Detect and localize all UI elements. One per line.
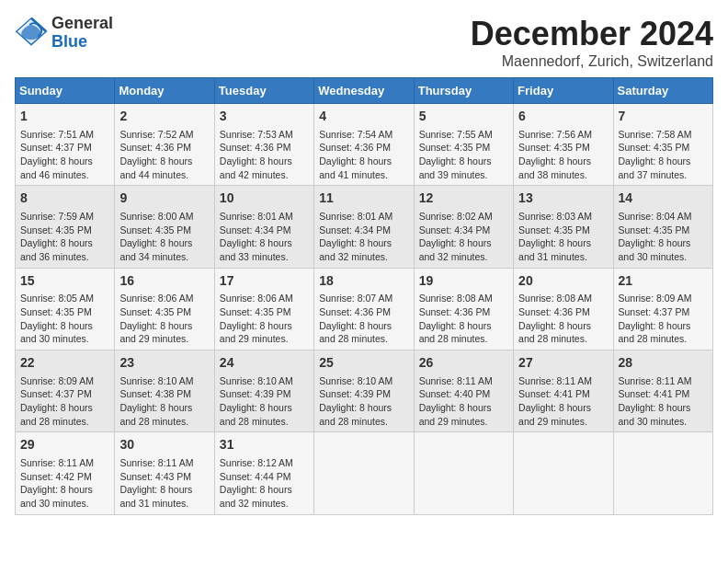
day-number: 1 bbox=[20, 108, 109, 126]
day-number: 19 bbox=[419, 272, 508, 291]
cell-content: Sunrise: 8:01 AM Sunset: 4:34 PM Dayligh… bbox=[220, 210, 309, 264]
calendar-cell: 31 Sunrise: 8:12 AM Sunset: 4:44 PM Dayl… bbox=[214, 432, 313, 514]
calendar-cell: 4 Sunrise: 7:54 AM Sunset: 4:36 PM Dayli… bbox=[314, 104, 414, 186]
calendar-cell: 6 Sunrise: 7:56 AM Sunset: 4:35 PM Dayli… bbox=[514, 104, 613, 186]
calendar-cell bbox=[314, 432, 414, 514]
day-number: 30 bbox=[119, 436, 209, 454]
calendar-cell: 12 Sunrise: 8:02 AM Sunset: 4:34 PM Dayl… bbox=[414, 186, 513, 268]
calendar-cell: 18 Sunrise: 8:07 AM Sunset: 4:36 PM Dayl… bbox=[314, 268, 414, 350]
calendar-cell: 20 Sunrise: 8:08 AM Sunset: 4:36 PM Dayl… bbox=[514, 268, 613, 350]
calendar-cell: 28 Sunrise: 8:11 AM Sunset: 4:41 PM Dayl… bbox=[613, 350, 712, 432]
cell-content: Sunrise: 7:59 AM Sunset: 4:35 PM Dayligh… bbox=[20, 210, 109, 264]
calendar-cell: 23 Sunrise: 8:10 AM Sunset: 4:38 PM Dayl… bbox=[115, 350, 214, 432]
day-number: 10 bbox=[220, 190, 309, 208]
logo-general: General bbox=[51, 15, 113, 33]
cell-content: Sunrise: 8:03 AM Sunset: 4:35 PM Dayligh… bbox=[518, 210, 608, 264]
day-number: 16 bbox=[119, 272, 209, 291]
day-number: 17 bbox=[220, 272, 309, 291]
calendar-cell bbox=[613, 432, 712, 514]
day-number: 11 bbox=[319, 190, 408, 208]
calendar-cell: 8 Sunrise: 7:59 AM Sunset: 4:35 PM Dayli… bbox=[16, 186, 115, 268]
cell-content: Sunrise: 8:10 AM Sunset: 4:38 PM Dayligh… bbox=[119, 374, 209, 429]
logo-blue: Blue bbox=[51, 33, 113, 52]
calendar-row: 29 Sunrise: 8:11 AM Sunset: 4:42 PM Dayl… bbox=[16, 432, 713, 514]
calendar-row: 22 Sunrise: 8:09 AM Sunset: 4:37 PM Dayl… bbox=[16, 350, 713, 432]
cell-content: Sunrise: 7:58 AM Sunset: 4:35 PM Dayligh… bbox=[619, 128, 708, 182]
col-wednesday: Wednesday bbox=[314, 78, 414, 104]
cell-content: Sunrise: 7:54 AM Sunset: 4:36 PM Dayligh… bbox=[319, 128, 408, 182]
logo-text: General Blue bbox=[51, 15, 113, 52]
col-sunday: Sunday bbox=[16, 78, 115, 104]
col-tuesday: Tuesday bbox=[214, 78, 313, 104]
col-friday: Friday bbox=[514, 78, 613, 104]
cell-content: Sunrise: 8:00 AM Sunset: 4:35 PM Dayligh… bbox=[119, 210, 209, 264]
calendar-cell: 5 Sunrise: 7:55 AM Sunset: 4:35 PM Dayli… bbox=[414, 104, 513, 186]
cell-content: Sunrise: 7:52 AM Sunset: 4:36 PM Dayligh… bbox=[119, 128, 209, 182]
cell-content: Sunrise: 8:09 AM Sunset: 4:37 PM Dayligh… bbox=[619, 292, 708, 346]
cell-content: Sunrise: 8:12 AM Sunset: 4:44 PM Dayligh… bbox=[220, 456, 309, 511]
logo-icon bbox=[15, 17, 48, 50]
day-number: 29 bbox=[20, 436, 109, 454]
cell-content: Sunrise: 7:51 AM Sunset: 4:37 PM Dayligh… bbox=[20, 128, 109, 182]
calendar-row: 1 Sunrise: 7:51 AM Sunset: 4:37 PM Dayli… bbox=[16, 104, 713, 186]
calendar-cell: 25 Sunrise: 8:10 AM Sunset: 4:39 PM Dayl… bbox=[314, 350, 414, 432]
cell-content: Sunrise: 8:08 AM Sunset: 4:36 PM Dayligh… bbox=[419, 292, 508, 346]
calendar-cell: 24 Sunrise: 8:10 AM Sunset: 4:39 PM Dayl… bbox=[214, 350, 313, 432]
calendar-table: Sunday Monday Tuesday Wednesday Thursday… bbox=[15, 77, 713, 515]
cell-content: Sunrise: 8:11 AM Sunset: 4:43 PM Dayligh… bbox=[119, 456, 209, 511]
calendar-row: 8 Sunrise: 7:59 AM Sunset: 4:35 PM Dayli… bbox=[16, 186, 713, 268]
location-subtitle: Maennedorf, Zurich, Switzerland bbox=[471, 53, 713, 70]
day-number: 15 bbox=[20, 272, 109, 291]
day-number: 2 bbox=[119, 108, 209, 126]
calendar-cell: 26 Sunrise: 8:11 AM Sunset: 4:40 PM Dayl… bbox=[414, 350, 513, 432]
day-number: 6 bbox=[518, 108, 608, 126]
day-number: 26 bbox=[419, 354, 508, 373]
cell-content: Sunrise: 8:11 AM Sunset: 4:40 PM Dayligh… bbox=[419, 374, 508, 429]
logo: General Blue bbox=[15, 15, 113, 52]
calendar-cell bbox=[414, 432, 513, 514]
calendar-cell: 27 Sunrise: 8:11 AM Sunset: 4:41 PM Dayl… bbox=[514, 350, 613, 432]
calendar-cell: 19 Sunrise: 8:08 AM Sunset: 4:36 PM Dayl… bbox=[414, 268, 513, 350]
col-saturday: Saturday bbox=[613, 78, 712, 104]
day-number: 14 bbox=[619, 190, 708, 208]
cell-content: Sunrise: 8:11 AM Sunset: 4:41 PM Dayligh… bbox=[518, 374, 608, 429]
day-number: 3 bbox=[220, 108, 309, 126]
cell-content: Sunrise: 7:56 AM Sunset: 4:35 PM Dayligh… bbox=[518, 128, 608, 182]
cell-content: Sunrise: 8:05 AM Sunset: 4:35 PM Dayligh… bbox=[20, 292, 109, 346]
day-number: 25 bbox=[319, 354, 408, 373]
day-number: 23 bbox=[119, 354, 209, 373]
day-number: 4 bbox=[319, 108, 408, 126]
calendar-cell: 9 Sunrise: 8:00 AM Sunset: 4:35 PM Dayli… bbox=[115, 186, 214, 268]
calendar-cell: 10 Sunrise: 8:01 AM Sunset: 4:34 PM Dayl… bbox=[214, 186, 313, 268]
cell-content: Sunrise: 8:10 AM Sunset: 4:39 PM Dayligh… bbox=[319, 374, 408, 429]
cell-content: Sunrise: 8:11 AM Sunset: 4:42 PM Dayligh… bbox=[20, 456, 109, 511]
cell-content: Sunrise: 8:06 AM Sunset: 4:35 PM Dayligh… bbox=[119, 292, 209, 346]
calendar-cell: 3 Sunrise: 7:53 AM Sunset: 4:36 PM Dayli… bbox=[214, 104, 313, 186]
calendar-cell: 30 Sunrise: 8:11 AM Sunset: 4:43 PM Dayl… bbox=[115, 432, 214, 514]
day-number: 21 bbox=[619, 272, 708, 291]
cell-content: Sunrise: 8:06 AM Sunset: 4:35 PM Dayligh… bbox=[220, 292, 309, 346]
calendar-cell: 1 Sunrise: 7:51 AM Sunset: 4:37 PM Dayli… bbox=[16, 104, 115, 186]
day-number: 9 bbox=[119, 190, 209, 208]
cell-content: Sunrise: 8:01 AM Sunset: 4:34 PM Dayligh… bbox=[319, 210, 408, 264]
day-number: 7 bbox=[619, 108, 708, 126]
cell-content: Sunrise: 8:11 AM Sunset: 4:41 PM Dayligh… bbox=[619, 374, 708, 429]
col-monday: Monday bbox=[115, 78, 214, 104]
day-number: 18 bbox=[319, 272, 408, 291]
title-block: December 2024 Maennedorf, Zurich, Switze… bbox=[471, 15, 713, 70]
calendar-cell: 14 Sunrise: 8:04 AM Sunset: 4:35 PM Dayl… bbox=[613, 186, 712, 268]
day-number: 27 bbox=[518, 354, 608, 373]
day-number: 31 bbox=[220, 436, 309, 454]
calendar-row: 15 Sunrise: 8:05 AM Sunset: 4:35 PM Dayl… bbox=[16, 268, 713, 350]
day-number: 8 bbox=[20, 190, 109, 208]
day-number: 20 bbox=[518, 272, 608, 291]
cell-content: Sunrise: 7:53 AM Sunset: 4:36 PM Dayligh… bbox=[220, 128, 309, 182]
calendar-cell: 15 Sunrise: 8:05 AM Sunset: 4:35 PM Dayl… bbox=[16, 268, 115, 350]
calendar-cell: 29 Sunrise: 8:11 AM Sunset: 4:42 PM Dayl… bbox=[16, 432, 115, 514]
cell-content: Sunrise: 8:10 AM Sunset: 4:39 PM Dayligh… bbox=[220, 374, 309, 429]
calendar-cell: 13 Sunrise: 8:03 AM Sunset: 4:35 PM Dayl… bbox=[514, 186, 613, 268]
cell-content: Sunrise: 8:07 AM Sunset: 4:36 PM Dayligh… bbox=[319, 292, 408, 346]
calendar-cell: 22 Sunrise: 8:09 AM Sunset: 4:37 PM Dayl… bbox=[16, 350, 115, 432]
day-number: 22 bbox=[20, 354, 109, 373]
day-number: 5 bbox=[419, 108, 508, 126]
